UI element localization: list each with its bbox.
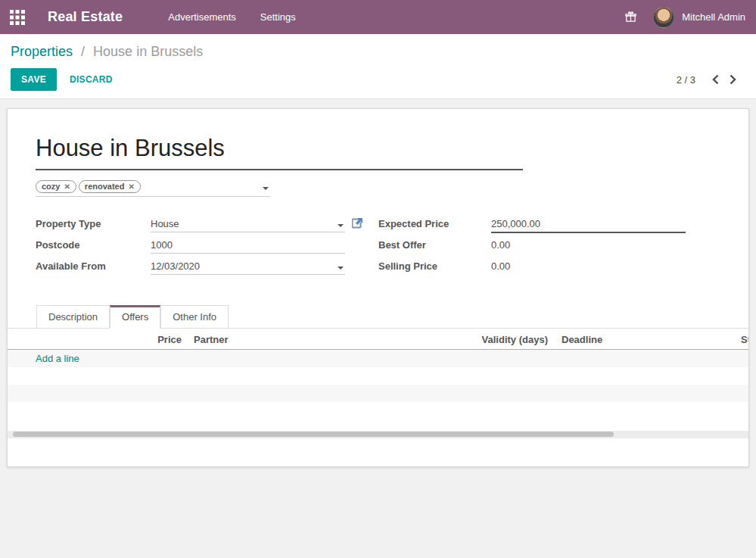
control-panel-buttons: SAVE DISCARD 2 / 3 xyxy=(11,68,744,91)
record-pager: 2 / 3 xyxy=(677,74,736,86)
field-label: Best Offer xyxy=(378,238,491,251)
available-from-input[interactable]: 12/03/2020 xyxy=(151,259,345,275)
apps-menu-button[interactable] xyxy=(0,0,35,34)
tag-renovated[interactable]: renovated ✕ xyxy=(79,180,141,193)
app-name[interactable]: Real Estate xyxy=(48,9,123,25)
table-row-empty xyxy=(8,385,748,402)
field-value: 12/03/2020 xyxy=(151,260,200,272)
top-navbar: Real Estate Advertisements Settings Mitc… xyxy=(0,0,756,34)
field-label: Property Type xyxy=(36,217,151,229)
tag-label: renovated xyxy=(85,182,125,191)
tag-cozy[interactable]: cozy ✕ xyxy=(36,180,76,193)
gift-icon[interactable] xyxy=(625,11,636,23)
field-label: Selling Price xyxy=(378,259,491,272)
notebook-tabs: Description Offers Other Info xyxy=(8,305,748,329)
field-postcode: Postcode 1000 xyxy=(36,238,366,252)
field-value: House xyxy=(151,218,179,229)
column-header-partner[interactable]: Partner xyxy=(194,334,229,345)
breadcrumb: Properties / House in Brussels xyxy=(11,44,744,60)
form-view: House in Brussels cozy ✕ renovated ✕ Pro… xyxy=(0,99,756,467)
table-row-empty xyxy=(8,402,748,419)
column-header-status[interactable]: Status xyxy=(741,334,748,345)
tag-label: cozy xyxy=(42,182,60,191)
control-panel: Properties / House in Brussels SAVE DISC… xyxy=(0,34,756,99)
tab-other-info[interactable]: Other Info xyxy=(160,305,229,329)
menu-advertisements[interactable]: Advertisements xyxy=(166,8,238,26)
column-header-validity[interactable]: Validity (days) xyxy=(431,334,548,345)
field-label: Expected Price xyxy=(378,217,491,229)
field-best-offer: Best Offer 0.00 xyxy=(378,238,708,252)
field-value: 1000 xyxy=(151,239,173,251)
pager-previous-icon[interactable] xyxy=(712,74,719,85)
property-type-input[interactable]: House xyxy=(151,217,345,232)
form-sheet: House in Brussels cozy ✕ renovated ✕ Pro… xyxy=(7,108,749,467)
tag-remove-icon[interactable]: ✕ xyxy=(64,182,70,191)
pager-next-icon[interactable] xyxy=(730,74,736,85)
column-header-deadline[interactable]: Deadline xyxy=(562,334,602,345)
top-menu: Advertisements Settings xyxy=(166,8,297,26)
property-name-input[interactable]: House in Brussels xyxy=(36,136,523,170)
tags-dropdown-icon[interactable] xyxy=(263,187,269,190)
breadcrumb-separator: / xyxy=(81,44,85,59)
horizontal-scrollbar[interactable] xyxy=(8,431,748,438)
field-property-type: Property Type House xyxy=(36,217,366,231)
breadcrumb-current: House in Brussels xyxy=(93,44,203,59)
topbar-right: Mitchell Admin xyxy=(625,7,756,28)
fields-right-column: Expected Price 250,000.00 Best Offer 0.0… xyxy=(378,217,708,280)
field-expected-price: Expected Price 250,000.00 xyxy=(378,217,708,231)
property-tags-field[interactable]: cozy ✕ renovated ✕ xyxy=(36,180,270,197)
column-header-price[interactable]: Price xyxy=(114,334,182,345)
add-a-line-link[interactable]: Add a line xyxy=(36,353,79,364)
tab-description[interactable]: Description xyxy=(36,305,110,329)
field-grid: Property Type House xyxy=(36,217,720,280)
postcode-input[interactable]: 1000 xyxy=(151,238,345,254)
field-available-from: Available From 12/03/2020 xyxy=(36,259,366,273)
user-name[interactable]: Mitchell Admin xyxy=(682,11,745,23)
user-avatar[interactable] xyxy=(653,7,674,28)
field-value: 250,000.00 xyxy=(491,218,540,229)
menu-settings[interactable]: Settings xyxy=(259,8,297,26)
best-offer-value: 0.00 xyxy=(491,238,510,251)
sheet-bottom-space xyxy=(8,438,748,467)
apps-grid-icon xyxy=(10,10,25,25)
external-link-icon[interactable] xyxy=(352,217,363,229)
field-label: Postcode xyxy=(36,238,151,251)
date-picker-caret-icon[interactable] xyxy=(338,267,344,270)
horizontal-scrollbar-thumb[interactable] xyxy=(13,432,614,437)
pager-value: 2 / 3 xyxy=(677,74,695,86)
table-filler xyxy=(8,419,748,431)
dropdown-caret-icon[interactable] xyxy=(338,224,344,227)
save-button[interactable]: SAVE xyxy=(11,68,57,91)
field-label: Available From xyxy=(36,259,151,272)
discard-button[interactable]: DISCARD xyxy=(59,69,123,90)
breadcrumb-properties-link[interactable]: Properties xyxy=(11,44,73,59)
offers-table-header: Price Partner Validity (days) Deadline S… xyxy=(8,329,748,350)
expected-price-input[interactable]: 250,000.00 xyxy=(491,217,686,233)
field-selling-price: Selling Price 0.00 xyxy=(378,259,708,273)
table-row-add-line: Add a line xyxy=(8,350,748,367)
fields-left-column: Property Type House xyxy=(36,217,366,280)
tag-remove-icon[interactable]: ✕ xyxy=(128,182,134,191)
tab-offers[interactable]: Offers xyxy=(110,305,160,329)
selling-price-value: 0.00 xyxy=(491,259,510,272)
table-row-empty xyxy=(8,367,748,385)
